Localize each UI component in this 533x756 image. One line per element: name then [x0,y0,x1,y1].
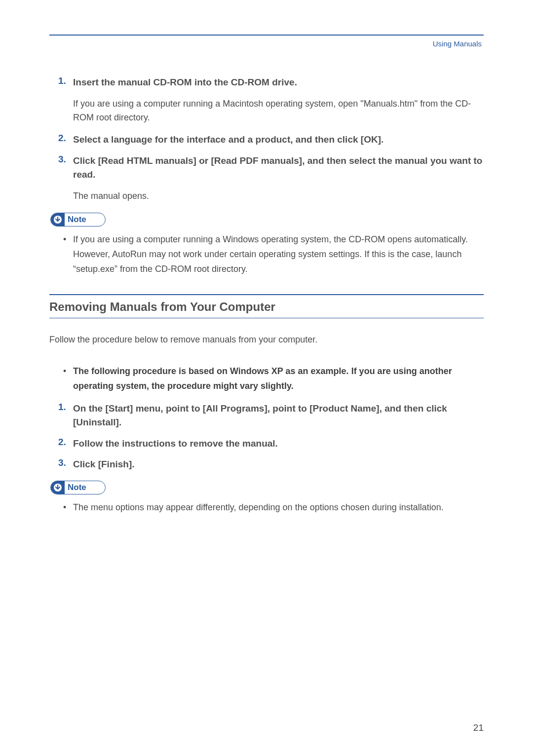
note-bullet: • If you are using a computer running a … [63,232,484,276]
step-text: Insert the manual CD-ROM into the CD-ROM… [73,76,297,90]
bullet-text: The menu options may appear differently,… [73,500,444,515]
step-number: 3. [58,457,73,472]
step-text: Click [Read HTML manuals] or [Read PDF m… [73,154,484,182]
step-text: Select a language for the interface and … [73,133,383,147]
step-number: 1. [58,76,73,90]
step-text: Follow the instructions to remove the ma… [73,437,278,451]
page-content: Using Manuals 1. Insert the manual CD-RO… [0,0,533,515]
step-text: Click [Finish]. [73,457,135,472]
page-number: 21 [473,722,484,733]
bullet-text: If you are using a computer running a Wi… [73,232,484,276]
note-badge: Note [50,481,106,494]
step-item: 1. Insert the manual CD-ROM into the CD-… [49,76,484,90]
step-subtext: If you are using a computer running a Ma… [73,97,484,125]
note-label: Note [65,483,86,492]
section-heading: Removing Manuals from Your Computer [49,294,484,318]
step-subtext: The manual opens. [73,189,484,203]
step-item: 1. On the [Start] menu, point to [All Pr… [49,402,484,430]
heading-text: Removing Manuals from Your Computer [49,300,484,314]
step-text: On the [Start] menu, point to [All Progr… [73,402,484,430]
step-number: 3. [58,154,73,182]
header-rule [49,35,484,36]
arrow-down-circle-icon [51,481,65,494]
arrow-down-circle-icon [51,213,65,227]
heading-top-rule [49,294,484,295]
note-label: Note [65,215,86,225]
bullet-text: The following procedure is based on Wind… [73,364,484,393]
step-item: 3. Click [Finish]. [49,457,484,472]
step-number: 2. [58,133,73,147]
heading-bottom-rule [49,318,484,318]
note-bullet: • The menu options may appear differentl… [63,500,484,515]
note-badge: Note [50,213,106,227]
bullet-dot: • [63,364,73,393]
bullet-dot: • [63,232,73,276]
step-number: 1. [58,402,73,430]
step-number: 2. [58,437,73,451]
breadcrumb: Using Manuals [49,39,484,48]
pre-bullet: • The following procedure is based on Wi… [63,364,484,393]
section-intro: Follow the procedure below to remove man… [49,333,484,346]
step-item: 2. Follow the instructions to remove the… [49,437,484,451]
step-item: 3. Click [Read HTML manuals] or [Read PD… [49,154,484,182]
bullet-dot: • [63,500,73,515]
step-item: 2. Select a language for the interface a… [49,133,484,147]
